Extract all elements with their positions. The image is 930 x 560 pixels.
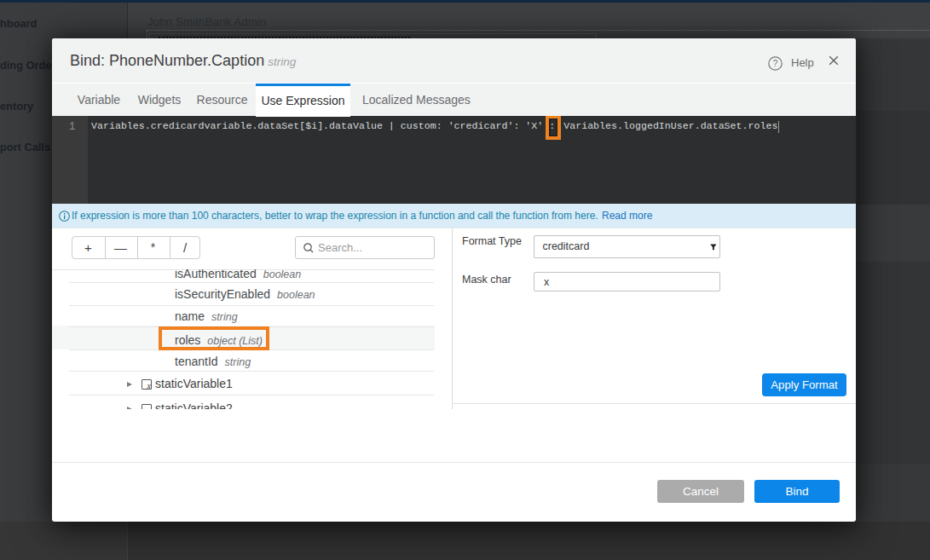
svg-text:?: ? — [773, 59, 778, 68]
